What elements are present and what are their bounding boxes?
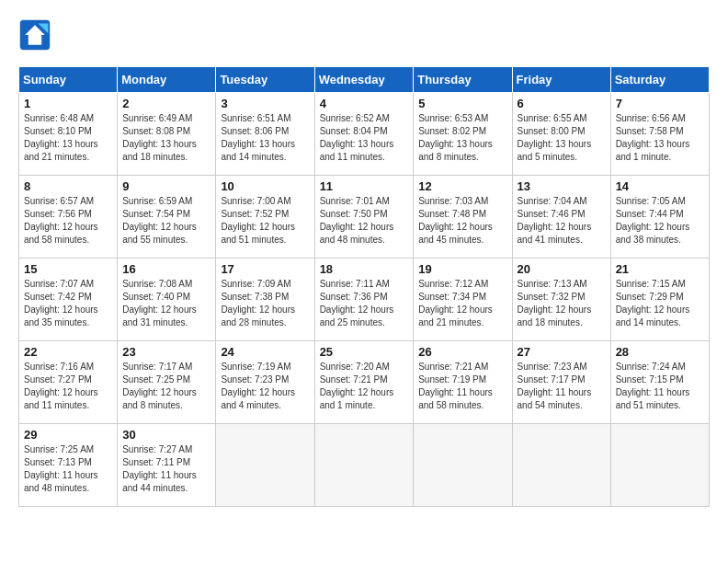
day-info: Sunrise: 7:12 AM Sunset: 7:34 PM Dayligh…: [418, 278, 506, 329]
day-number: 22: [24, 345, 112, 359]
day-number: 1: [24, 97, 112, 110]
day-number: 14: [616, 179, 704, 193]
calendar-header-wednesday: Wednesday: [314, 67, 414, 93]
logo: [18, 18, 57, 52]
day-info: Sunrise: 6:48 AM Sunset: 8:10 PM Dayligh…: [24, 112, 112, 164]
calendar-cell: 25Sunrise: 7:20 AM Sunset: 7:21 PM Dayli…: [314, 341, 414, 424]
calendar-header-friday: Friday: [512, 67, 610, 93]
day-number: 9: [122, 179, 210, 193]
day-info: Sunrise: 7:03 AM Sunset: 7:48 PM Dayligh…: [418, 195, 506, 247]
day-number: 7: [616, 97, 704, 110]
day-info: Sunrise: 6:52 AM Sunset: 8:04 PM Dayligh…: [320, 112, 409, 164]
calendar-cell: 13Sunrise: 7:04 AM Sunset: 7:46 PM Dayli…: [512, 176, 610, 259]
day-info: Sunrise: 7:00 AM Sunset: 7:52 PM Dayligh…: [221, 195, 309, 247]
calendar-cell: 28Sunrise: 7:24 AM Sunset: 7:15 PM Dayli…: [610, 341, 709, 424]
calendar-cell: [314, 424, 414, 507]
calendar-cell: 10Sunrise: 7:00 AM Sunset: 7:52 PM Dayli…: [216, 176, 314, 259]
calendar-header-saturday: Saturday: [610, 67, 709, 93]
day-number: 19: [418, 262, 506, 276]
calendar-cell: 6Sunrise: 6:55 AM Sunset: 8:00 PM Daylig…: [512, 93, 610, 176]
day-info: Sunrise: 7:24 AM Sunset: 7:15 PM Dayligh…: [616, 361, 704, 412]
calendar-cell: 23Sunrise: 7:17 AM Sunset: 7:25 PM Dayli…: [118, 341, 216, 424]
calendar-cell: 11Sunrise: 7:01 AM Sunset: 7:50 PM Dayli…: [314, 176, 414, 259]
calendar-cell: 18Sunrise: 7:11 AM Sunset: 7:36 PM Dayli…: [314, 259, 414, 341]
day-info: Sunrise: 7:11 AM Sunset: 7:36 PM Dayligh…: [320, 278, 409, 329]
calendar-header-sunday: Sunday: [19, 67, 118, 93]
calendar-cell: [216, 424, 314, 507]
calendar-cell: 26Sunrise: 7:21 AM Sunset: 7:19 PM Dayli…: [414, 341, 512, 424]
logo-icon: [18, 18, 51, 52]
calendar-cell: 4Sunrise: 6:52 AM Sunset: 8:04 PM Daylig…: [314, 93, 414, 176]
day-info: Sunrise: 6:55 AM Sunset: 8:00 PM Dayligh…: [518, 112, 606, 164]
calendar-cell: 16Sunrise: 7:08 AM Sunset: 7:40 PM Dayli…: [118, 259, 216, 341]
day-info: Sunrise: 6:59 AM Sunset: 7:54 PM Dayligh…: [122, 195, 210, 247]
day-info: Sunrise: 7:15 AM Sunset: 7:29 PM Dayligh…: [616, 278, 704, 329]
calendar-week-2: 8Sunrise: 6:57 AM Sunset: 7:56 PM Daylig…: [19, 176, 710, 259]
day-info: Sunrise: 6:57 AM Sunset: 7:56 PM Dayligh…: [24, 195, 112, 247]
calendar-cell: 19Sunrise: 7:12 AM Sunset: 7:34 PM Dayli…: [414, 259, 512, 341]
calendar-cell: 21Sunrise: 7:15 AM Sunset: 7:29 PM Dayli…: [610, 259, 709, 341]
calendar-cell: 20Sunrise: 7:13 AM Sunset: 7:32 PM Dayli…: [512, 259, 610, 341]
day-number: 10: [221, 179, 309, 193]
day-info: Sunrise: 7:04 AM Sunset: 7:46 PM Dayligh…: [518, 195, 606, 247]
day-info: Sunrise: 6:56 AM Sunset: 7:58 PM Dayligh…: [616, 112, 704, 164]
day-number: 13: [518, 179, 606, 193]
day-info: Sunrise: 7:01 AM Sunset: 7:50 PM Dayligh…: [320, 195, 409, 247]
calendar-cell: [610, 424, 709, 507]
day-info: Sunrise: 7:16 AM Sunset: 7:27 PM Dayligh…: [24, 361, 112, 412]
calendar-cell: 24Sunrise: 7:19 AM Sunset: 7:23 PM Dayli…: [216, 341, 314, 424]
day-number: 5: [418, 97, 506, 110]
calendar-cell: 14Sunrise: 7:05 AM Sunset: 7:44 PM Dayli…: [610, 176, 709, 259]
day-number: 4: [320, 97, 409, 110]
day-number: 26: [418, 345, 506, 359]
calendar-table: SundayMondayTuesdayWednesdayThursdayFrid…: [18, 66, 710, 507]
day-number: 17: [221, 262, 309, 276]
calendar-week-1: 1Sunrise: 6:48 AM Sunset: 8:10 PM Daylig…: [19, 93, 710, 176]
day-info: Sunrise: 7:20 AM Sunset: 7:21 PM Dayligh…: [320, 361, 409, 412]
calendar-cell: 1Sunrise: 6:48 AM Sunset: 8:10 PM Daylig…: [19, 93, 118, 176]
day-info: Sunrise: 7:19 AM Sunset: 7:23 PM Dayligh…: [221, 361, 309, 412]
day-info: Sunrise: 6:49 AM Sunset: 8:08 PM Dayligh…: [122, 112, 210, 164]
day-info: Sunrise: 7:25 AM Sunset: 7:13 PM Dayligh…: [24, 443, 112, 495]
calendar-cell: 29Sunrise: 7:25 AM Sunset: 7:13 PM Dayli…: [19, 424, 118, 507]
day-number: 2: [122, 97, 210, 110]
day-number: 24: [221, 345, 309, 359]
day-info: Sunrise: 6:51 AM Sunset: 8:06 PM Dayligh…: [221, 112, 309, 164]
day-number: 16: [122, 262, 210, 276]
calendar-cell: 2Sunrise: 6:49 AM Sunset: 8:08 PM Daylig…: [118, 93, 216, 176]
calendar-header-thursday: Thursday: [414, 67, 512, 93]
calendar-header-monday: Monday: [118, 67, 216, 93]
calendar-week-3: 15Sunrise: 7:07 AM Sunset: 7:42 PM Dayli…: [19, 259, 710, 341]
calendar-cell: 17Sunrise: 7:09 AM Sunset: 7:38 PM Dayli…: [216, 259, 314, 341]
day-info: Sunrise: 7:27 AM Sunset: 7:11 PM Dayligh…: [122, 443, 210, 495]
calendar-cell: 22Sunrise: 7:16 AM Sunset: 7:27 PM Dayli…: [19, 341, 118, 424]
calendar-cell: 12Sunrise: 7:03 AM Sunset: 7:48 PM Dayli…: [414, 176, 512, 259]
calendar-week-4: 22Sunrise: 7:16 AM Sunset: 7:27 PM Dayli…: [19, 341, 710, 424]
calendar-cell: 15Sunrise: 7:07 AM Sunset: 7:42 PM Dayli…: [19, 259, 118, 341]
page-header: [18, 18, 710, 52]
calendar-cell: 9Sunrise: 6:59 AM Sunset: 7:54 PM Daylig…: [118, 176, 216, 259]
calendar-header-tuesday: Tuesday: [216, 67, 314, 93]
calendar-cell: [414, 424, 512, 507]
calendar-header-row: SundayMondayTuesdayWednesdayThursdayFrid…: [19, 67, 710, 93]
day-number: 3: [221, 97, 309, 110]
day-number: 8: [24, 179, 112, 193]
calendar-cell: 30Sunrise: 7:27 AM Sunset: 7:11 PM Dayli…: [118, 424, 216, 507]
day-info: Sunrise: 7:08 AM Sunset: 7:40 PM Dayligh…: [122, 278, 210, 329]
calendar-cell: 27Sunrise: 7:23 AM Sunset: 7:17 PM Dayli…: [512, 341, 610, 424]
day-info: Sunrise: 7:23 AM Sunset: 7:17 PM Dayligh…: [518, 361, 606, 412]
day-number: 25: [320, 345, 409, 359]
day-info: Sunrise: 7:07 AM Sunset: 7:42 PM Dayligh…: [24, 278, 112, 329]
calendar-cell: 3Sunrise: 6:51 AM Sunset: 8:06 PM Daylig…: [216, 93, 314, 176]
day-number: 20: [518, 262, 606, 276]
day-number: 21: [616, 262, 704, 276]
day-number: 30: [122, 428, 210, 442]
day-number: 28: [616, 345, 704, 359]
day-number: 23: [122, 345, 210, 359]
calendar-cell: 5Sunrise: 6:53 AM Sunset: 8:02 PM Daylig…: [414, 93, 512, 176]
day-info: Sunrise: 6:53 AM Sunset: 8:02 PM Dayligh…: [418, 112, 506, 164]
day-number: 12: [418, 179, 506, 193]
day-number: 27: [518, 345, 606, 359]
day-number: 29: [24, 428, 112, 442]
day-number: 6: [518, 97, 606, 110]
